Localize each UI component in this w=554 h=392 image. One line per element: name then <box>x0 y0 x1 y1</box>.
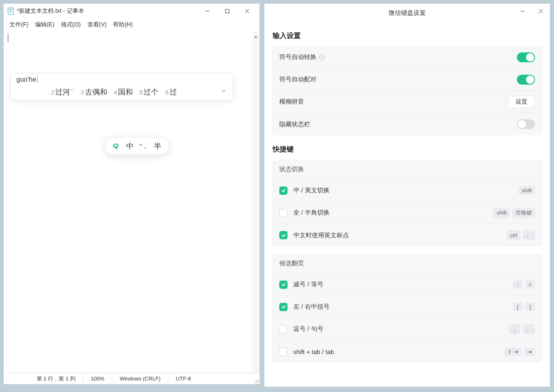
checkbox-minus-equal[interactable] <box>279 281 288 289</box>
checkbox-comma-period[interactable] <box>279 325 288 333</box>
toggle-symbol-autopair[interactable] <box>517 75 535 85</box>
state-switch-card: 状态切换 中 / 英文切换 shift 全 / 半角切换 shift 空格键 中… <box>272 160 542 246</box>
sub-header-paging: 候选翻页 <box>272 254 542 274</box>
maximize-button[interactable] <box>218 5 236 17</box>
notepad-app-icon <box>7 7 14 15</box>
menu-format[interactable]: 格式(O) <box>59 19 83 30</box>
notepad-statusbar: 第 1 行，第 1 列 100% Windows (CRLF) UTF-8 <box>4 373 259 384</box>
key-badge: ] <box>525 302 535 311</box>
row-minus-equal: 减号 / 等号 - = <box>272 274 542 296</box>
svg-rect-0 <box>8 8 14 14</box>
window-controls <box>198 5 256 17</box>
ime-input-text: guo'he <box>15 76 229 83</box>
label-hide-statusbar: 隐藏状态栏 <box>279 120 310 128</box>
label-fuzzy-pinyin: 模糊拼音 <box>279 98 304 106</box>
label-symbol-autopair: 符号自动配对 <box>279 76 316 83</box>
label-shift-tab: shift + tab / tab <box>293 348 334 355</box>
candidate-6[interactable]: 6过 <box>165 87 177 97</box>
settings-window: 微信键盘设置 输入设置 符号自动转换 i 符号自动配对 模糊拼音 设置 <box>264 3 550 387</box>
checkbox-cn-en-punct[interactable] <box>279 231 288 239</box>
row-cn-en-punct: 中文时使用英文标点 ctrl 。 <box>272 224 542 246</box>
info-icon[interactable]: i <box>319 54 325 60</box>
candidate-5[interactable]: 5过个 <box>139 87 158 97</box>
svg-marker-8 <box>254 35 257 38</box>
ime-lang-toggle[interactable]: 中 <box>126 141 134 151</box>
key-badge: shift <box>493 208 510 218</box>
svg-point-12 <box>255 382 256 383</box>
svg-point-11 <box>257 381 258 382</box>
text-cursor <box>8 33 8 43</box>
label-minus-equal: 减号 / 等号 <box>293 281 323 288</box>
label-cn-en-switch: 中 / 英文切换 <box>293 187 330 194</box>
candidate-expand-icon[interactable] <box>219 85 229 99</box>
vertical-scrollbar[interactable] <box>252 32 259 373</box>
row-comma-period: 逗号 / 句号 ， 。 <box>272 318 542 340</box>
settings-minimize-button[interactable] <box>514 4 532 19</box>
label-cn-en-punct: 中文时使用英文标点 <box>293 231 349 239</box>
svg-rect-5 <box>226 9 229 13</box>
settings-body[interactable]: 输入设置 符号自动转换 i 符号自动配对 模糊拼音 设置 隐藏状态栏 <box>264 22 550 387</box>
status-position: 第 1 行，第 1 列 <box>4 373 83 384</box>
toggle-hide-statusbar[interactable] <box>517 119 535 129</box>
ime-composition: guo'he <box>17 76 36 83</box>
fuzzy-pinyin-settings-button[interactable]: 设置 <box>508 96 535 108</box>
key-badge: ⇧ ⇥ <box>504 347 521 356</box>
label-comma-period: 逗号 / 句号 <box>293 325 323 333</box>
checkbox-brackets[interactable] <box>279 303 288 311</box>
scroll-up-arrow[interactable] <box>253 32 259 42</box>
settings-title: 微信键盘设置 <box>389 9 426 17</box>
settings-titlebar[interactable]: 微信键盘设置 <box>264 4 550 22</box>
ime-logo-icon[interactable] <box>112 142 120 150</box>
sub-header-state-switch: 状态切换 <box>272 160 542 179</box>
notepad-window: *新建文本文档.txt - 记事本 文件(F) 编辑(E) 格式(O) 查看(V… <box>3 3 260 385</box>
key-badge: ctrl <box>507 230 521 240</box>
toggle-symbol-autoconvert[interactable] <box>517 52 535 62</box>
notepad-titlebar[interactable]: *新建文本文档.txt - 记事本 <box>4 4 259 19</box>
svg-point-10 <box>256 381 257 382</box>
ime-toolbar[interactable]: 中 °， 半 <box>104 137 169 155</box>
section-header-shortcuts: 快捷键 <box>272 135 542 160</box>
checkbox-cn-en[interactable] <box>279 187 288 195</box>
minimize-button[interactable] <box>198 5 217 17</box>
checkbox-shift-tab[interactable] <box>279 347 288 356</box>
input-settings-card: 符号自动转换 i 符号自动配对 模糊拼音 设置 隐藏状态栏 <box>272 46 542 135</box>
key-badge: - <box>513 280 523 289</box>
row-symbol-autopair: 符号自动配对 <box>272 68 542 91</box>
label-brackets: 左 / 右中括号 <box>293 303 330 311</box>
paging-card: 候选翻页 减号 / 等号 - = 左 / 右中括号 [ ] 逗号 / 句号 <box>272 254 542 363</box>
candidate-2[interactable]: 2过河⦵ <box>51 87 74 97</box>
candidate-3[interactable]: 3古偶和 <box>80 87 107 97</box>
row-brackets: 左 / 右中括号 [ ] <box>272 296 542 318</box>
menu-help[interactable]: 帮助(H) <box>111 19 135 30</box>
notepad-menubar: 文件(F) 编辑(E) 格式(O) 查看(V) 帮助(H) <box>4 19 259 31</box>
row-hide-statusbar: 隐藏状态栏 <box>272 113 542 135</box>
ime-candidates: 2过河⦵ 3古偶和 4国和 5过个 6过 <box>15 85 229 99</box>
section-header-input: 输入设置 <box>272 22 542 46</box>
resize-grip-icon[interactable] <box>253 378 259 384</box>
row-symbol-autoconvert: 符号自动转换 i <box>272 46 542 68</box>
status-zoom: 100% <box>83 373 112 384</box>
menu-view[interactable]: 查看(V) <box>85 19 109 30</box>
label-full-half: 全 / 半角切换 <box>293 209 330 217</box>
key-badge: [ <box>513 302 523 311</box>
svg-point-14 <box>257 382 258 383</box>
menu-file[interactable]: 文件(F) <box>7 19 31 30</box>
key-badge: 。 <box>523 324 535 334</box>
row-cn-en-switch: 中 / 英文切换 shift <box>272 179 542 202</box>
editor-area[interactable]: guo'he 2过河⦵ 3古偶和 4国和 5过个 6过 中 °， 半 <box>4 31 259 373</box>
ime-punct-toggle[interactable]: °， <box>139 142 148 150</box>
status-encoding: UTF-8 <box>168 373 259 384</box>
ime-candidate-popup: guo'he 2过河⦵ 3古偶和 4国和 5过个 6过 <box>10 73 233 100</box>
label-symbol-autoconvert: 符号自动转换 <box>279 53 316 61</box>
settings-window-controls <box>514 4 550 19</box>
candidate-4[interactable]: 4国和 <box>114 87 133 97</box>
row-fuzzy-pinyin: 模糊拼音 设置 <box>272 91 542 113</box>
menu-edit[interactable]: 编辑(E) <box>33 19 57 30</box>
svg-point-9 <box>257 380 258 380</box>
close-button[interactable] <box>238 5 256 17</box>
checkbox-full-half[interactable] <box>279 209 288 217</box>
ime-width-toggle[interactable]: 半 <box>154 141 161 151</box>
settings-close-button[interactable] <box>532 4 550 19</box>
row-shift-tab: shift + tab / tab ⇧ ⇥ ⇥ <box>272 340 542 363</box>
row-full-half: 全 / 半角切换 shift 空格键 <box>272 202 542 224</box>
